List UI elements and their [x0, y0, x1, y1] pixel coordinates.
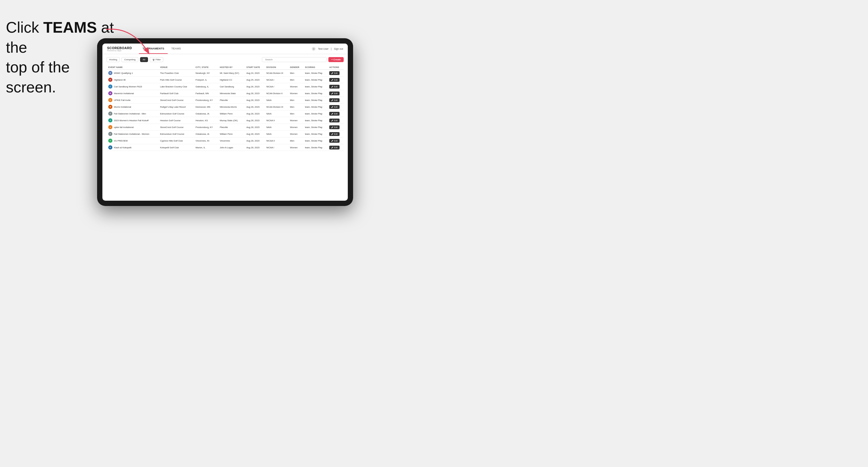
- nav-tabs: TOURNAMENTS TEAMS: [139, 43, 184, 54]
- cell-start-date-10: Aug 28, 2023: [245, 137, 265, 144]
- cell-gender-5: Men: [288, 103, 303, 111]
- cell-venue-11: Kokopelli Golf Club: [158, 144, 194, 151]
- cell-start-date-7: Aug 28, 2023: [245, 117, 265, 124]
- edit-btn-8[interactable]: Edit: [329, 125, 340, 129]
- cell-actions-8: Edit: [328, 124, 344, 131]
- cell-start-date-1: Aug 25, 2023: [245, 76, 265, 83]
- edit-icon-8: [331, 126, 333, 128]
- cell-gender-11: Women: [288, 144, 303, 151]
- tab-tournaments[interactable]: TOURNAMENTS: [139, 43, 168, 54]
- cell-actions-9: Edit: [328, 131, 344, 137]
- table-row: H Highland 36 Park Hills Golf Course Fre…: [106, 76, 344, 83]
- edit-btn-4[interactable]: Edit: [329, 98, 340, 102]
- teams-bold: TEAMS: [43, 19, 97, 36]
- cell-start-date-2: Aug 26, 2023: [245, 83, 265, 90]
- event-name-8: upike fall invitational: [114, 126, 133, 129]
- cell-event-name-6: F Fall Statesmen Invitational - Men: [106, 111, 158, 117]
- cell-gender-8: Women: [288, 124, 303, 131]
- cell-division-10: NICAA II: [265, 137, 288, 144]
- cell-gender-0: Men: [288, 70, 303, 76]
- cell-gender-1: Men: [288, 76, 303, 83]
- cell-start-date-4: Aug 28, 2023: [245, 97, 265, 103]
- cell-scoring-2: team, Stroke Play: [303, 83, 328, 90]
- edit-btn-2[interactable]: Edit: [329, 85, 340, 89]
- event-name-6: Fall Statesmen Invitational - Men: [114, 113, 146, 115]
- team-logo-4: U: [108, 98, 113, 102]
- table-row: C Carl Sandburg Women FA23 Lake Bracken …: [106, 83, 344, 90]
- cell-division-7: NICAA II: [265, 117, 288, 124]
- all-filter-btn[interactable]: All: [140, 57, 148, 62]
- sign-out-link[interactable]: Sign out: [334, 48, 343, 50]
- table-body: M MSMC Qualifying 1 The Powelton Club Ne…: [106, 70, 344, 151]
- filter-icon-btn[interactable]: Filter: [150, 57, 164, 62]
- user-name: Test User: [318, 48, 329, 50]
- cell-city-state-7: Hesston, KS: [194, 117, 218, 124]
- cell-scoring-8: team, Stroke Play: [303, 124, 328, 131]
- cell-hosted-by-9: William Penn: [218, 131, 245, 137]
- team-logo-10: V: [108, 138, 113, 143]
- cell-event-name-7: 2 2023 Women's Hesston Fall Kickoff: [106, 117, 158, 124]
- cell-event-name-4: U UPIKE Fall Invite: [106, 97, 158, 103]
- cell-start-date-3: Aug 28, 2023: [245, 90, 265, 97]
- cell-event-name-8: u upike fall invitational: [106, 124, 158, 131]
- table-container: EVENT NAME VENUE CITY, STATE HOSTED BY S…: [106, 65, 344, 198]
- edit-btn-6[interactable]: Edit: [329, 112, 340, 116]
- cell-scoring-10: team, Stroke Play: [303, 137, 328, 144]
- gear-icon[interactable]: [312, 47, 316, 51]
- edit-icon-6: [331, 113, 333, 115]
- cell-city-state-0: Newburgh, NY: [194, 70, 218, 76]
- edit-icon-3: [331, 92, 333, 94]
- cell-gender-6: Men: [288, 111, 303, 117]
- cell-venue-2: Lake Bracken Country Club: [158, 83, 194, 90]
- cell-gender-9: Women: [288, 131, 303, 137]
- cell-actions-7: Edit: [328, 117, 344, 124]
- edit-btn-9[interactable]: Edit: [329, 132, 340, 136]
- cell-actions-6: Edit: [328, 111, 344, 117]
- cell-division-2: NICAA I: [265, 83, 288, 90]
- cell-start-date-5: Aug 28, 2023: [245, 103, 265, 111]
- create-btn[interactable]: + Create: [329, 57, 344, 62]
- edit-btn-0[interactable]: Edit: [329, 71, 340, 75]
- cell-actions-2: Edit: [328, 83, 344, 90]
- cell-hosted-by-7: Murray State (OK): [218, 117, 245, 124]
- cell-scoring-9: team, Stroke Play: [303, 131, 328, 137]
- cell-event-name-11: K Klash at Kokopelli: [106, 144, 158, 151]
- table-row: M MSMC Qualifying 1 The Powelton Club Ne…: [106, 70, 344, 76]
- table-row: M Maverick Invitational Faribault Golf C…: [106, 90, 344, 97]
- tab-teams[interactable]: TEAMS: [168, 43, 185, 54]
- svg-point-1: [313, 48, 314, 49]
- cell-event-name-10: V VU PREVIEW: [106, 137, 158, 144]
- edit-btn-3[interactable]: Edit: [329, 92, 340, 95]
- edit-btn-5[interactable]: Edit: [329, 105, 340, 109]
- cell-city-state-4: Prestonsburg, KY: [194, 97, 218, 103]
- cell-start-date-11: Aug 28, 2023: [245, 144, 265, 151]
- cell-actions-11: Edit: [328, 144, 344, 151]
- team-logo-9: F: [108, 132, 113, 136]
- cell-hosted-by-1: Highland CC: [218, 76, 245, 83]
- search-input[interactable]: [262, 57, 327, 62]
- edit-icon-2: [331, 86, 333, 88]
- cell-event-name-9: F Fall Statesmen Invitational - Women: [106, 131, 158, 137]
- table-row: U UPIKE Fall Invite StoneCrest Golf Cour…: [106, 97, 344, 103]
- cell-actions-10: Edit: [328, 137, 344, 144]
- edit-btn-1[interactable]: Edit: [329, 78, 340, 82]
- tablet-screen: SCOREBOARD Powered by clippit TOURNAMENT…: [102, 43, 348, 201]
- cell-city-state-5: Deerwood, MN: [194, 103, 218, 111]
- cell-division-6: NAIA: [265, 111, 288, 117]
- edit-btn-11[interactable]: Edit: [329, 146, 340, 150]
- col-venue: VENUE: [158, 65, 194, 70]
- edit-btn-10[interactable]: Edit: [329, 139, 340, 143]
- edit-icon-0: [331, 72, 333, 74]
- cell-city-state-2: Galesburg, IL: [194, 83, 218, 90]
- filter-icon: [152, 59, 155, 61]
- edit-btn-7[interactable]: Edit: [329, 119, 340, 122]
- col-gender: GENDER: [288, 65, 303, 70]
- cell-gender-7: Women: [288, 117, 303, 124]
- cell-city-state-6: Oskaloosa, IA: [194, 111, 218, 117]
- competing-filter-btn[interactable]: Competing: [122, 57, 138, 62]
- cell-gender-2: Women: [288, 83, 303, 90]
- cell-actions-0: Edit: [328, 70, 344, 76]
- cell-division-11: NICAA I: [265, 144, 288, 151]
- filter-bar: Hosting Competing All Filter + Create: [106, 57, 344, 62]
- filter-label: Filter: [156, 58, 161, 61]
